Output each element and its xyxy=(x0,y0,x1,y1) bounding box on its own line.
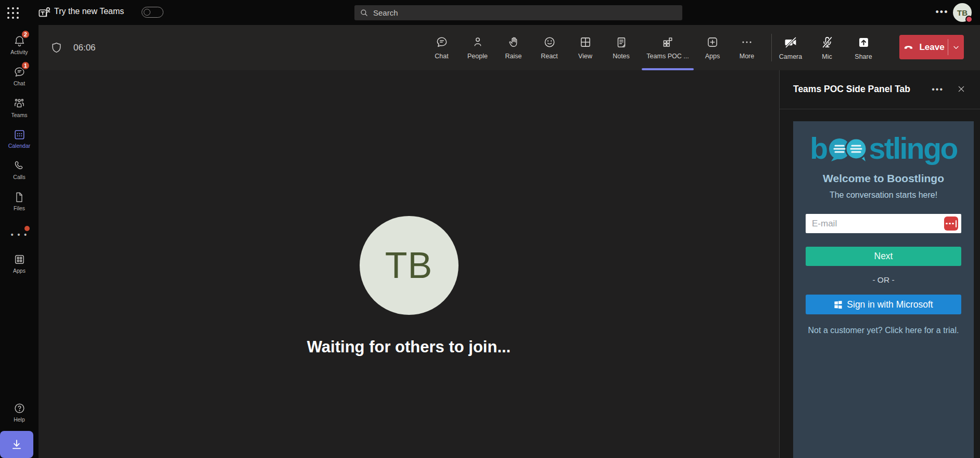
sidebar-label: Apps xyxy=(13,268,26,274)
email-field[interactable] xyxy=(806,214,961,233)
search-input[interactable] xyxy=(373,8,677,17)
meeting-tab-apps[interactable]: Apps xyxy=(696,25,729,70)
rail-more-icon[interactable]: • • • xyxy=(11,232,28,241)
logo-text-left: b xyxy=(810,134,826,163)
app-launcher-waffle-icon[interactable] xyxy=(6,6,20,20)
side-panel: Teams POC Side Panel Tab ••• b stlingo W… xyxy=(779,70,980,458)
sidebar-item-help[interactable]: Help xyxy=(0,400,39,425)
calendar-icon xyxy=(13,128,26,141)
download-icon xyxy=(10,438,23,451)
selected-tab-underline xyxy=(642,68,694,70)
welcome-subtitle: The conversation starts here! xyxy=(793,190,974,200)
chevron-down-icon xyxy=(952,44,960,51)
presence-busy-dot xyxy=(965,16,973,23)
meeting-stage: TB Waiting for others to join... xyxy=(39,70,779,458)
side-panel-header: Teams POC Side Panel Tab ••• xyxy=(780,70,980,109)
teams-poc-app-icon xyxy=(661,35,674,49)
phone-icon xyxy=(13,159,26,172)
leave-button-main[interactable]: Leave xyxy=(899,35,948,59)
ms-signin-label: Sign in with Microsoft xyxy=(847,299,933,310)
sidebar-item-activity[interactable]: 2 Activity xyxy=(0,32,39,57)
raise-hand-icon xyxy=(507,35,520,49)
sidebar-item-calls[interactable]: Calls xyxy=(0,157,39,182)
toggle-knob xyxy=(144,9,150,16)
app-top-bar: Try the new Teams ••• TB xyxy=(0,0,980,25)
meeting-tab-strip: Chat People Raise React View xyxy=(424,25,765,70)
share-button[interactable]: Share xyxy=(845,25,882,70)
camera-toggle[interactable]: Camera xyxy=(772,25,809,70)
sidebar-label: Teams xyxy=(11,112,28,118)
smiley-icon xyxy=(543,35,556,49)
meeting-tab-view[interactable]: View xyxy=(567,25,603,70)
email-field-wrap xyxy=(806,214,961,233)
device-controls: Camera Mic Share xyxy=(772,25,882,70)
file-icon xyxy=(13,191,26,203)
meeting-tab-people[interactable]: People xyxy=(460,25,495,70)
trial-link[interactable]: Not a customer yet? Click here for a tri… xyxy=(793,326,974,335)
add-app-icon xyxy=(706,35,719,49)
password-manager-autofill-icon[interactable] xyxy=(944,217,958,231)
sidebar-item-teams[interactable]: Teams xyxy=(0,95,39,120)
side-panel-more-icon[interactable]: ••• xyxy=(930,83,946,96)
sidebar-label: Calendar xyxy=(8,143,31,149)
sidebar-label: Chat xyxy=(14,80,25,86)
teams-people-icon xyxy=(12,97,26,110)
sidebar-label: Help xyxy=(14,416,25,423)
global-search[interactable] xyxy=(354,5,682,20)
boostlingo-app-card: b stlingo Welcome to Boostlingo The conv… xyxy=(793,121,974,458)
sign-in-with-microsoft-button[interactable]: Sign in with Microsoft xyxy=(806,295,961,314)
boostlingo-logo: b stlingo xyxy=(793,133,974,164)
notes-icon xyxy=(615,35,628,49)
apps-grid-icon xyxy=(13,253,26,266)
sidebar-item-files[interactable]: Files xyxy=(0,188,39,213)
side-panel-title: Teams POC Side Panel Tab xyxy=(793,84,910,95)
left-app-rail: 2 Activity 1 Chat Teams Calendar Calls xyxy=(0,25,39,458)
chat-bubble-icon xyxy=(435,35,449,49)
sidebar-label: Files xyxy=(14,205,25,211)
meeting-tab-raise[interactable]: Raise xyxy=(495,25,531,70)
mic-toggle[interactable]: Mic xyxy=(809,25,845,70)
meeting-tab-chat[interactable]: Chat xyxy=(424,25,460,70)
person-icon xyxy=(471,35,485,49)
camera-off-icon xyxy=(784,35,798,49)
sidebar-item-chat[interactable]: 1 Chat xyxy=(0,63,39,88)
meeting-timer: 06:06 xyxy=(73,43,96,53)
logo-chat-bubbles-icon xyxy=(827,135,870,164)
help-question-icon xyxy=(13,402,26,415)
meeting-tab-react[interactable]: React xyxy=(531,25,567,70)
logo-text-right: stlingo xyxy=(869,134,957,163)
topbar-more-icon[interactable]: ••• xyxy=(933,3,951,21)
or-separator: - OR - xyxy=(793,275,974,285)
sidebar-item-apps[interactable]: Apps xyxy=(0,251,39,276)
new-teams-toggle[interactable] xyxy=(142,7,163,18)
leave-label: Leave xyxy=(919,42,944,53)
teams-gift-icon xyxy=(37,5,52,19)
avatar-initials: TB xyxy=(385,245,432,286)
sidebar-item-calendar[interactable]: Calendar xyxy=(0,126,39,151)
try-new-teams-label: Try the new Teams xyxy=(54,7,124,16)
welcome-heading: Welcome to Boostlingo xyxy=(793,172,974,185)
sidebar-label: Calls xyxy=(13,174,25,180)
sidebar-label: Activity xyxy=(10,49,28,55)
meeting-toolbar: 06:06 Chat People Raise React xyxy=(39,25,980,70)
participant-avatar: TB xyxy=(360,216,459,315)
more-ellipsis-icon xyxy=(740,35,754,49)
microsoft-windows-icon xyxy=(834,300,843,309)
user-avatar[interactable]: TB xyxy=(953,3,972,22)
next-button[interactable]: Next xyxy=(806,247,961,266)
waiting-message: Waiting for others to join... xyxy=(307,338,511,357)
share-screen-icon xyxy=(857,35,871,49)
mic-off-icon xyxy=(820,35,834,49)
search-icon xyxy=(360,8,368,17)
download-desktop-app-button[interactable] xyxy=(0,431,33,458)
leave-options-chevron[interactable] xyxy=(948,35,964,59)
leave-button[interactable]: Leave xyxy=(899,35,964,59)
meeting-tab-notes[interactable]: Notes xyxy=(603,25,639,70)
meeting-tab-teams-poc[interactable]: Teams POC ... xyxy=(639,25,696,70)
close-icon[interactable] xyxy=(955,83,968,95)
hang-up-icon xyxy=(902,41,914,53)
toolbar-divider xyxy=(771,34,772,61)
view-grid-icon xyxy=(579,35,592,49)
meeting-tab-more[interactable]: More xyxy=(729,25,765,70)
avatar-initials: TB xyxy=(957,8,968,17)
